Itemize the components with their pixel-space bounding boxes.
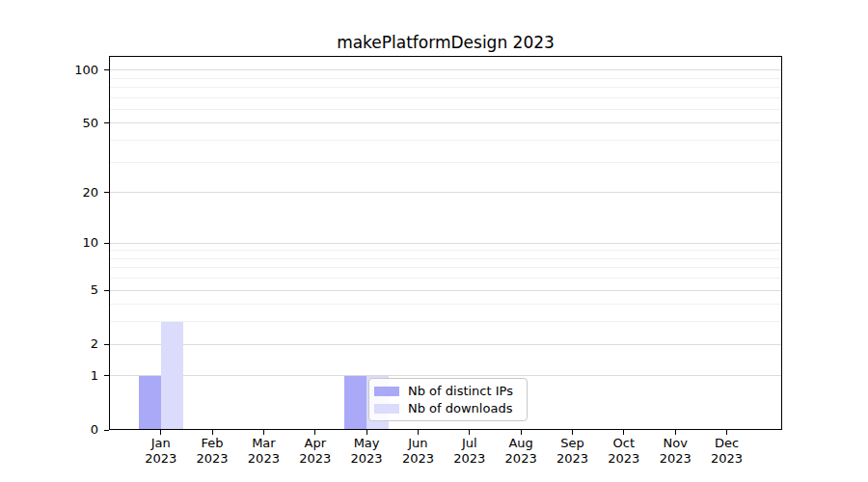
x-tick-feb bbox=[212, 430, 213, 435]
legend-row: Nb of distinct IPs bbox=[374, 384, 519, 398]
legend-label: Nb of distinct IPs bbox=[408, 384, 513, 398]
legend-swatch-icon bbox=[374, 404, 399, 414]
y-tick-1 bbox=[104, 375, 109, 376]
y-tick-0 bbox=[104, 430, 109, 431]
x-tick-apr bbox=[314, 430, 315, 435]
x-tick-year-dec: 2023 bbox=[696, 451, 758, 467]
x-tick-mar bbox=[263, 430, 264, 435]
x-tick-may bbox=[366, 430, 367, 435]
x-tick-aug bbox=[521, 430, 522, 435]
x-tick-jun bbox=[418, 430, 419, 435]
x-tick-oct bbox=[623, 430, 624, 435]
x-tick-nov bbox=[675, 430, 676, 435]
plot-border bbox=[109, 56, 782, 430]
legend-row: Nb of downloads bbox=[374, 401, 519, 415]
x-tick-sep bbox=[572, 430, 573, 435]
chart-title: makePlatformDesign 2023 bbox=[109, 33, 782, 52]
y-tick-label-0: 0 bbox=[37, 422, 98, 438]
x-tick-month-dec: Dec bbox=[696, 436, 758, 451]
y-tick-label-2: 2 bbox=[37, 336, 98, 352]
legend-swatch-icon bbox=[374, 387, 399, 396]
y-tick-label-100: 100 bbox=[37, 63, 98, 78]
x-tick-label-dec: Dec2023 bbox=[696, 436, 758, 467]
y-tick-label-20: 20 bbox=[37, 185, 98, 201]
y-tick-label-1: 1 bbox=[37, 368, 98, 384]
y-tick-10 bbox=[104, 243, 109, 244]
figure: makePlatformDesign 2023 0125102050100Jan… bbox=[0, 0, 868, 482]
y-tick-20 bbox=[104, 192, 109, 193]
legend: Nb of distinct IPsNb of downloads bbox=[368, 378, 528, 421]
y-tick-label-10: 10 bbox=[37, 235, 98, 251]
y-tick-label-5: 5 bbox=[37, 282, 98, 298]
y-tick-50 bbox=[104, 122, 109, 123]
legend-label: Nb of downloads bbox=[408, 401, 512, 415]
y-tick-2 bbox=[104, 344, 109, 345]
y-tick-100 bbox=[104, 69, 109, 70]
y-tick-5 bbox=[104, 290, 109, 291]
y-tick-label-50: 50 bbox=[37, 116, 98, 131]
x-tick-jul bbox=[469, 430, 470, 435]
x-tick-jan bbox=[160, 430, 161, 435]
x-tick-dec bbox=[726, 430, 727, 435]
